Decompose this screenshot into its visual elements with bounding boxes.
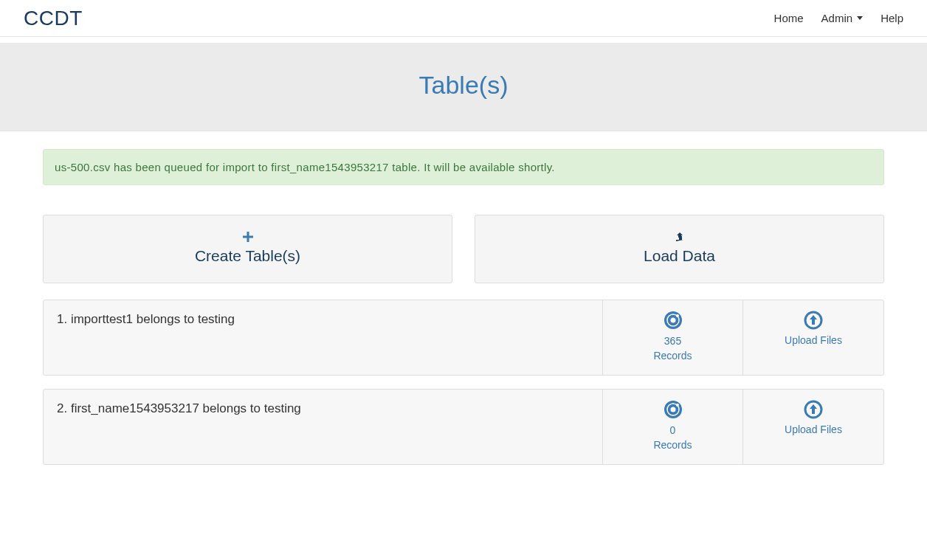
create-table-label: Create Table(s) [44,247,452,265]
records-icon [609,400,737,419]
svg-rect-1 [243,236,253,238]
table-name: first_name1543953217 belongs to testing [71,401,301,415]
table-name-cell[interactable]: 1. importtest1 belongs to testing [44,300,603,375]
main-container: us-500.csv has been queued for import to… [32,131,895,496]
records-cell[interactable]: 0 Records [603,390,743,464]
records-label: Records [609,349,737,364]
upload-icon [749,400,878,419]
success-alert: us-500.csv has been queued for import to… [43,149,884,185]
svg-point-4 [670,318,675,323]
upload-cell[interactable]: Upload Files [743,390,883,464]
nav-home[interactable]: Home [774,12,804,24]
upload-label: Upload Files [749,424,878,435]
nav-home-label: Home [774,12,804,24]
records-label: Records [609,438,737,453]
records-count: 0 [609,424,737,438]
page-header: Table(s) [0,37,927,131]
svg-point-10 [676,404,679,407]
nav-help-label: Help [881,12,903,24]
load-data-icon [475,232,883,244]
table-name-cell[interactable]: 2. first_name1543953217 belongs to testi… [44,390,603,464]
nav-links: Home Admin Help [774,12,903,24]
create-table-button[interactable]: Create Table(s) [43,215,452,283]
nav-admin[interactable]: Admin [821,12,864,24]
upload-label: Upload Files [749,334,878,346]
chevron-down-icon [857,16,863,20]
table-index: 2. [57,401,67,415]
load-data-label: Load Data [475,247,883,265]
table-row: 1. importtest1 belongs to testing 365 Re… [43,300,884,376]
upload-icon [749,311,878,330]
table-name: importtest1 belongs to testing [71,312,235,326]
svg-point-5 [676,314,679,317]
upload-cell[interactable]: Upload Files [743,300,883,375]
table-row: 2. first_name1543953217 belongs to testi… [43,389,884,465]
records-icon [609,311,737,330]
records-count: 365 [609,334,737,349]
records-cell[interactable]: 365 Records [603,300,743,375]
nav-admin-label: Admin [821,12,853,24]
navbar: CCDT Home Admin Help [0,0,927,37]
brand-logo[interactable]: CCDT [24,7,83,30]
plus-icon [44,232,452,244]
svg-point-9 [670,407,675,412]
nav-help[interactable]: Help [881,12,903,24]
load-data-button[interactable]: Load Data [475,215,884,283]
action-row: Create Table(s) Load Data [43,215,884,283]
table-index: 1. [57,312,67,326]
page-title: Table(s) [0,71,927,100]
